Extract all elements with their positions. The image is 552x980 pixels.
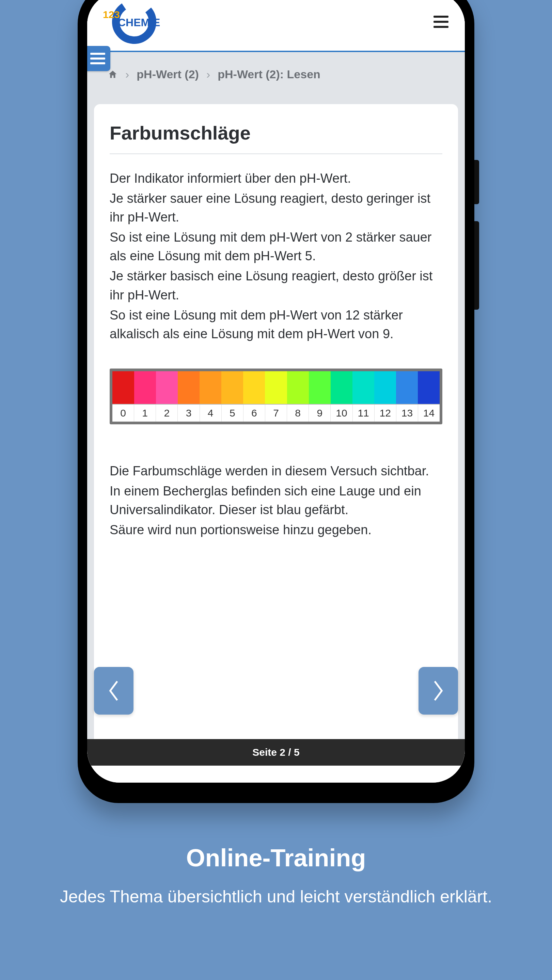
- ph-label-cell: 2: [156, 404, 178, 422]
- ph-color-strip: [112, 371, 440, 404]
- hamburger-icon: [434, 21, 448, 23]
- article-card: Farbumschläge Der Indikator informiert ü…: [94, 104, 458, 753]
- chevron-right-icon: ›: [125, 68, 129, 81]
- ph-color-cell: [331, 371, 353, 404]
- hamburger-icon: [90, 57, 105, 60]
- ph-color-cell: [134, 371, 156, 404]
- article-paragraph: In einem Becherglas befinden sich eine L…: [110, 482, 442, 519]
- article-paragraph: Je stärker sauer eine Lösung reagiert, d…: [110, 189, 442, 227]
- chevron-right-icon: ›: [206, 68, 210, 81]
- side-menu-tab[interactable]: [87, 46, 110, 71]
- content-area: Farbumschläge Der Indikator informiert ü…: [87, 97, 465, 753]
- ph-scale: 01234567891011121314: [110, 369, 442, 424]
- ph-color-cell: [199, 371, 221, 404]
- ph-color-cell: [287, 371, 309, 404]
- promo-heading: Online-Training: [0, 844, 552, 872]
- ph-color-cell: [156, 371, 178, 404]
- hamburger-icon: [90, 53, 105, 55]
- breadcrumb-bar: › pH-Wert (2) › pH-Wert (2): Lesen: [87, 52, 465, 97]
- ph-color-cell: [112, 371, 134, 404]
- phone-screen-bezel: 123 CHEMIE: [87, 0, 465, 783]
- chevron-left-icon: [106, 679, 121, 703]
- ph-label-cell: 3: [178, 404, 199, 422]
- ph-color-cell: [396, 371, 418, 404]
- logo-word: CHEMIE: [118, 16, 160, 29]
- app-header: 123 CHEMIE: [87, 0, 465, 52]
- ph-color-cell: [221, 371, 243, 404]
- ph-color-cell: [418, 371, 440, 404]
- phone-side-button: [474, 221, 479, 310]
- breadcrumb-item[interactable]: pH-Wert (2): [137, 68, 199, 81]
- article-paragraph: So ist eine Lösung mit dem pH-Wert von 1…: [110, 306, 442, 343]
- ph-label-cell: 6: [244, 404, 265, 422]
- hamburger-icon: [434, 26, 448, 28]
- next-page-button[interactable]: [418, 667, 458, 714]
- ph-color-cell: [309, 371, 331, 404]
- ph-label-cell: 12: [375, 404, 396, 422]
- article-paragraph: Die Farbumschläge werden in diesem Versu…: [110, 462, 442, 480]
- home-icon[interactable]: [108, 69, 118, 80]
- breadcrumb-item-current: pH-Wert (2): Lesen: [218, 68, 321, 81]
- ph-label-cell: 10: [331, 404, 353, 422]
- article-title: Farbumschläge: [110, 122, 442, 154]
- ph-label-cell: 1: [134, 404, 156, 422]
- ph-color-cell: [265, 371, 287, 404]
- chevron-right-icon: [431, 679, 446, 703]
- ph-color-cell: [353, 371, 374, 404]
- article-paragraph: Der Indikator informiert über den pH-Wer…: [110, 169, 442, 188]
- ph-color-cell: [178, 371, 199, 404]
- page-indicator-bar: Seite 2 / 5: [87, 739, 465, 765]
- brand-logo[interactable]: 123 CHEMIE: [97, 0, 165, 44]
- promo-subheading: Jedes Thema übersichtlich und leicht ver…: [0, 885, 552, 908]
- app-screen: 123 CHEMIE: [87, 0, 465, 783]
- hamburger-icon: [90, 62, 105, 64]
- article-paragraph: Säure wird nun portionsweise hinzu gegeb…: [110, 520, 442, 539]
- article-paragraph: Je stärker basisch eine Lösung reagiert,…: [110, 267, 442, 304]
- ph-label-cell: 11: [353, 404, 375, 422]
- logo-icon: 123 CHEMIE: [97, 0, 165, 44]
- ph-label-cell: 7: [265, 404, 287, 422]
- ph-label-cell: 5: [222, 404, 244, 422]
- ph-color-cell: [243, 371, 265, 404]
- article-paragraph: So ist eine Lösung mit dem pH-Wert von 2…: [110, 228, 442, 266]
- ph-label-cell: 0: [112, 404, 134, 422]
- prev-page-button[interactable]: [94, 667, 134, 714]
- ph-label-cell: 14: [418, 404, 440, 422]
- ph-label-row: 01234567891011121314: [112, 404, 440, 422]
- ph-label-cell: 9: [309, 404, 331, 422]
- promo-section: Online-Training Jedes Thema übersichtlic…: [0, 844, 552, 908]
- page-indicator-label: Seite 2 / 5: [252, 746, 299, 758]
- ph-label-cell: 13: [396, 404, 418, 422]
- ph-color-cell: [374, 371, 396, 404]
- ph-label-cell: 8: [287, 404, 309, 422]
- ph-label-cell: 4: [200, 404, 222, 422]
- logo-prefix: 123: [103, 9, 120, 20]
- phone-side-button: [474, 160, 479, 204]
- phone-frame: 123 CHEMIE: [78, 0, 474, 803]
- menu-button[interactable]: [434, 16, 448, 28]
- home-indicator: [228, 774, 324, 777]
- hamburger-icon: [434, 16, 448, 18]
